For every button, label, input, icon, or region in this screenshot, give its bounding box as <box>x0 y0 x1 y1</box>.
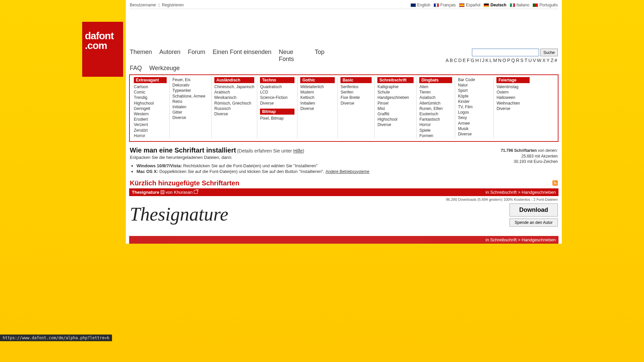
alpha-T[interactable]: T <box>524 58 528 63</box>
cat-link[interactable]: Retro <box>172 99 209 104</box>
cat-link[interactable]: Highschool <box>134 101 167 106</box>
lang-es[interactable]: Español <box>459 3 480 7</box>
cat-link[interactable]: Formen <box>419 133 452 138</box>
alpha-#[interactable]: # <box>554 58 558 63</box>
alpha-U[interactable]: U <box>528 58 532 63</box>
cat-link[interactable]: Pixel, Bitmap <box>260 116 294 121</box>
donate-button[interactable]: Spende an den Autor <box>509 219 558 227</box>
cat-header[interactable]: Feiertage <box>496 77 530 83</box>
cat-header[interactable]: Dingbats <box>419 77 452 83</box>
cat-link[interactable]: Science-Fiction <box>260 95 294 100</box>
cat-link[interactable]: Diverse <box>300 106 335 111</box>
cat-link[interactable]: Schablone, Armee <box>172 94 209 99</box>
alpha-N[interactable]: N <box>498 58 502 63</box>
cat-link[interactable]: Sport <box>458 88 491 93</box>
alpha-L[interactable]: L <box>489 58 493 63</box>
nav-neue[interactable]: Neue Fonts <box>279 49 307 63</box>
cat-link[interactable]: Serifen <box>340 89 372 95</box>
nav-top[interactable]: Top <box>315 49 324 63</box>
nav-themen[interactable]: Themen <box>130 49 152 63</box>
cat-link[interactable]: Feuer, Eis <box>172 77 209 82</box>
cat-link[interactable]: Modern <box>300 89 335 95</box>
cat-link[interactable]: Kinder <box>458 99 491 104</box>
cat-link[interactable]: Erodiert <box>134 117 167 122</box>
cat-link[interactable]: Weihnachten <box>496 101 530 106</box>
cat-link[interactable]: Quadratisch <box>260 84 294 89</box>
cat-link[interactable]: Ostern <box>496 89 530 95</box>
cat-link[interactable]: Typewriter <box>172 88 209 93</box>
cat-link[interactable]: Highschool <box>377 117 414 122</box>
cat-header[interactable]: Basic <box>340 77 372 83</box>
cat-link[interactable]: Diverse <box>377 122 414 127</box>
font-author-link[interactable]: Khurasan <box>174 190 193 195</box>
lang-fr[interactable]: Français <box>434 3 456 7</box>
cat-link[interactable]: Diverse <box>260 101 294 106</box>
cat-link[interactable]: Diverse <box>214 111 254 117</box>
cat-link[interactable]: Trendig <box>134 95 167 100</box>
cat-link[interactable]: LCD <box>260 89 294 95</box>
cat-header[interactable]: Techno <box>260 77 294 83</box>
cat-link[interactable]: Chinesisch, Japanisch <box>214 84 254 89</box>
cat-link[interactable]: Diverse <box>340 101 372 106</box>
cat-link[interactable]: Schule <box>377 89 414 95</box>
cat-link[interactable]: Fixe Breite <box>340 95 372 100</box>
cat-link[interactable]: Keltisch <box>300 95 335 100</box>
alpha-G[interactable]: G <box>470 58 475 63</box>
alpha-E[interactable]: E <box>462 58 466 63</box>
lang-en[interactable]: English <box>411 3 430 7</box>
cat-link[interactable]: Köpfe <box>458 94 491 99</box>
alpha-P[interactable]: P <box>507 58 511 63</box>
cat-link[interactable]: Valentinstag <box>496 84 530 89</box>
cat-link[interactable]: Mist <box>377 106 414 111</box>
cat-header[interactable]: Schreibschrift <box>377 77 414 83</box>
alpha-Y[interactable]: Y <box>546 58 550 63</box>
cat-link[interactable]: Römisch, Griechisch <box>214 101 254 106</box>
nav-submit[interactable]: Einen Font einsenden <box>213 49 271 63</box>
cat-link[interactable]: Sexy <box>458 115 491 120</box>
font-name-link[interactable]: Thesignature <box>132 190 159 195</box>
cat-link[interactable]: Esoterisch <box>419 111 452 117</box>
cat-link[interactable]: Gitter <box>172 110 209 115</box>
cat-link[interactable]: Western <box>134 111 167 117</box>
cat-link[interactable]: Spiele <box>419 128 452 133</box>
nav-forum[interactable]: Forum <box>188 49 205 63</box>
font-preview[interactable]: Thesignature <box>130 201 228 225</box>
cat-link[interactable]: Asiatisch <box>419 95 452 100</box>
site-logo[interactable]: dafont .com <box>82 22 123 77</box>
alpha-M[interactable]: M <box>493 58 498 63</box>
alpha-Q[interactable]: Q <box>511 58 516 63</box>
username-link[interactable]: Benutzername <box>130 3 156 7</box>
cat-link[interactable]: Geringelt <box>134 106 167 111</box>
cat-link[interactable]: Alien <box>419 84 452 89</box>
cat-header[interactable]: Bitmap <box>260 109 294 115</box>
font-category-link[interactable]: Schreibschrift > Handgeschrieben <box>490 190 556 195</box>
alpha-O[interactable]: O <box>502 58 507 63</box>
alpha-H[interactable]: H <box>475 58 479 63</box>
lang-pt[interactable]: Português <box>533 3 558 7</box>
nav-werkzeuge[interactable]: Werkzeuge <box>149 65 180 72</box>
register-link[interactable]: Registrieren <box>162 3 184 7</box>
alpha-X[interactable]: X <box>542 58 546 63</box>
cat-link[interactable]: Natur <box>458 82 491 88</box>
cat-link[interactable]: Musik <box>458 126 491 131</box>
cat-link[interactable]: Cartoon <box>134 84 167 89</box>
cat-link[interactable]: Arabisch <box>214 89 254 95</box>
alpha-F[interactable]: F <box>467 58 471 63</box>
cat-link[interactable]: Fantastisch <box>419 117 452 122</box>
cat-link[interactable]: Horror <box>134 133 167 138</box>
lang-de[interactable]: Deutsch <box>484 3 506 7</box>
cat-link[interactable]: Dekorativ <box>172 82 209 88</box>
cat-link[interactable]: Graffiti <box>377 111 414 117</box>
cat-link[interactable]: Comic <box>134 89 167 95</box>
cat-link[interactable]: Bar Code <box>458 77 491 82</box>
cat-link[interactable]: Verzerrt <box>134 122 167 127</box>
font-category-link-2[interactable]: Schreibschrift > Handgeschrieben <box>490 237 556 242</box>
nav-faq[interactable]: FAQ <box>130 65 142 72</box>
cat-link[interactable]: Pinsel <box>377 101 414 106</box>
cat-link[interactable]: Initialen <box>172 104 209 110</box>
cat-link[interactable]: Handgeschrieben <box>377 95 414 100</box>
alpha-A[interactable]: A <box>445 58 449 63</box>
other-os-link[interactable]: Andere Betriebssysteme <box>325 169 369 174</box>
cat-link[interactable]: Runen, Elfen <box>419 106 452 111</box>
cat-link[interactable]: Diverse <box>496 106 530 111</box>
